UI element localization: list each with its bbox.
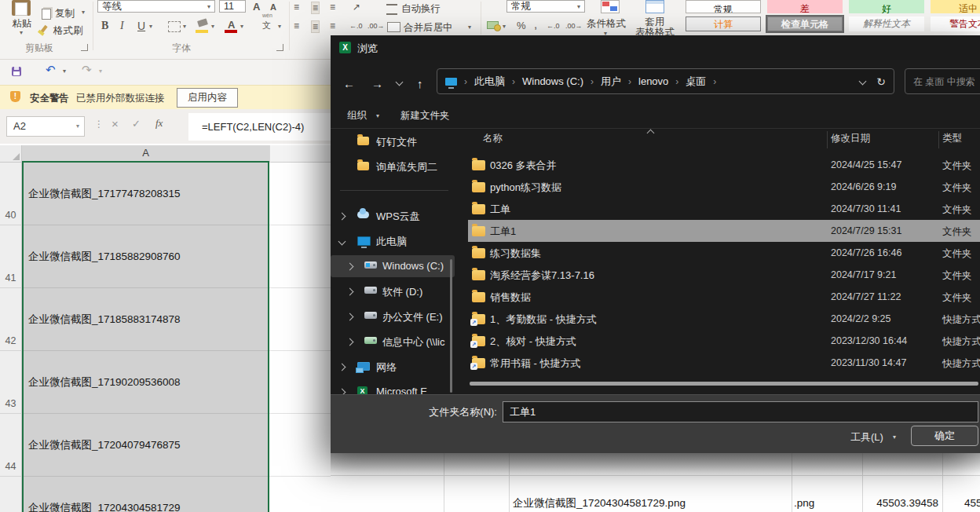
cell-f45[interactable]: 45502 <box>964 494 980 512</box>
font-dialog-launcher[interactable] <box>276 44 283 51</box>
cell-column-b[interactable] <box>269 414 331 477</box>
redo-icon[interactable]: ↷ <box>82 63 92 77</box>
paste-icon[interactable] <box>12 0 31 16</box>
sidebar-item[interactable]: XMicrosoft E <box>331 381 455 394</box>
breadcrumb-item[interactable]: 桌面 <box>686 75 706 89</box>
breadcrumb-item[interactable]: Windows (C:) <box>522 75 583 87</box>
cell-style-option[interactable]: 检查单元格 <box>767 16 843 31</box>
cell-column-b[interactable] <box>269 288 331 351</box>
sidebar-item[interactable]: 办公文件 (E:) <box>331 305 455 327</box>
breadcrumb-item[interactable]: lenovo <box>638 75 668 87</box>
file-row[interactable]: 工单12024/7/29 15:31文件夹 <box>468 220 980 242</box>
font-size-select[interactable]: 11 <box>219 0 246 13</box>
comma-style-icon[interactable]: , <box>534 17 537 31</box>
row-header[interactable]: 44 <box>0 414 22 477</box>
breadcrumb-item[interactable]: 此电脑 <box>474 75 505 89</box>
align-middle-icon[interactable]: ≡ <box>311 2 320 14</box>
row-header[interactable] <box>0 477 22 512</box>
accounting-format-icon[interactable] <box>487 21 499 29</box>
chevron-right-icon[interactable] <box>338 213 346 221</box>
new-folder-button[interactable]: 新建文件夹 <box>400 109 450 123</box>
file-row[interactable]: ↗2、核对 - 快捷方式2023/12/30 16:44快捷方式 <box>468 330 980 352</box>
search-input[interactable] <box>912 75 980 88</box>
increase-indent-icon[interactable]: .00→ <box>368 22 385 30</box>
formula-bar-dots-icon[interactable]: ⋮ <box>94 119 104 130</box>
file-row[interactable]: 销售数据2024/7/27 11:22文件夹 <box>468 286 980 308</box>
row-header[interactable]: 43 <box>0 351 22 414</box>
back-icon[interactable]: ← <box>343 77 355 90</box>
format-painter-button[interactable]: 格式刷 <box>53 24 83 38</box>
column-header-name[interactable]: 名称 <box>483 132 503 145</box>
recent-locations-chevron-icon[interactable] <box>396 79 404 86</box>
chevron-down-icon[interactable] <box>338 238 346 246</box>
horizontal-scrollbar[interactable] <box>470 382 978 386</box>
cell-style-option[interactable]: 常规 <box>686 0 761 13</box>
breadcrumb[interactable]: ›此电脑›Windows (C:)›用户›lenovo›桌面› ↻ <box>437 68 894 94</box>
cell-style-option[interactable]: 计算 <box>686 16 761 31</box>
cell-c45[interactable]: 企业微信截图_17204304581729.png <box>513 494 686 512</box>
refresh-icon[interactable]: ↻ <box>876 75 886 88</box>
tools-button[interactable]: 工具(L) <box>850 430 883 444</box>
increase-decimal-icon[interactable]: ←.0 <box>547 22 560 30</box>
copy-caret-icon[interactable]: ▾ <box>82 9 85 16</box>
italic-button[interactable]: I <box>120 20 124 32</box>
folder-name-input[interactable] <box>503 401 978 422</box>
align-right-icon[interactable]: ≡ <box>330 20 335 31</box>
cell-d45[interactable]: .png <box>794 494 841 512</box>
font-color-caret-icon[interactable]: ▾ <box>240 23 243 30</box>
clipboard-dialog-launcher[interactable] <box>81 44 88 51</box>
decrease-indent-icon[interactable]: ←.0 <box>349 22 363 30</box>
fill-color-icon[interactable] <box>197 18 208 27</box>
chevron-right-icon[interactable] <box>346 288 354 296</box>
chevron-right-icon[interactable] <box>346 338 354 346</box>
underline-caret-icon[interactable]: ▾ <box>149 23 152 30</box>
accounting-caret-icon[interactable]: ▾ <box>503 23 506 30</box>
wrap-text-button[interactable]: 自动换行 <box>401 2 441 16</box>
ok-button[interactable]: 确定 <box>911 426 978 446</box>
row-header[interactable]: 42 <box>0 288 22 351</box>
align-bottom-icon[interactable]: ≡ <box>330 2 335 13</box>
borders-caret-icon[interactable]: ▾ <box>183 23 186 30</box>
grow-font-icon[interactable]: A <box>253 1 260 13</box>
sidebar-item[interactable]: Windows (C:) <box>331 255 455 277</box>
align-center-icon[interactable]: ≡ <box>311 20 320 33</box>
underline-button[interactable]: U <box>137 20 145 32</box>
paste-caret-icon[interactable]: ▾ <box>20 29 23 36</box>
undo-icon[interactable]: ↶ <box>46 63 56 77</box>
bold-button[interactable]: B <box>101 20 108 32</box>
insert-function-icon[interactable]: fx <box>155 117 163 130</box>
name-box[interactable]: A2 ▾ <box>6 116 85 137</box>
merge-center-caret-icon[interactable]: ▾ <box>468 24 471 31</box>
column-header-a[interactable]: A <box>22 145 269 163</box>
column-header-date[interactable]: 修改日期 <box>831 132 870 145</box>
phonetic-guide-button[interactable]: 文 <box>262 20 271 31</box>
sidebar-item[interactable]: 此电脑 <box>331 230 455 252</box>
file-row[interactable]: ↗1、考勤数据 - 快捷方式2024/2/2 9:25快捷方式 <box>468 308 980 330</box>
cancel-icon[interactable]: × <box>112 117 119 130</box>
forward-icon[interactable]: → <box>371 77 383 90</box>
chevron-right-icon[interactable] <box>346 313 354 321</box>
font-name-select[interactable]: 等线 ▾ <box>97 0 215 13</box>
copy-button[interactable]: 复制 <box>55 7 75 20</box>
column-header-type[interactable]: 类型 <box>942 132 962 145</box>
column-header-b[interactable] <box>269 145 331 163</box>
organize-button[interactable]: 组织 <box>347 109 367 123</box>
conditional-formatting-button[interactable]: 条件格式 <box>581 17 631 31</box>
cell-column-b[interactable] <box>269 477 331 512</box>
dialog-titlebar[interactable]: X 浏览 <box>331 35 980 60</box>
orientation-icon[interactable]: ↗ <box>353 2 360 13</box>
sidebar-item[interactable]: 网络 <box>331 356 455 378</box>
file-row[interactable]: 练习数据集2024/7/26 16:46文件夹 <box>468 242 980 264</box>
cell-column-a[interactable]: 企业微信截图_17185882908760 <box>24 225 268 288</box>
sidebar-item[interactable]: WPS云盘 <box>331 205 455 227</box>
save-icon[interactable] <box>12 67 21 76</box>
phonetic-caret-icon[interactable]: ▾ <box>278 23 281 30</box>
align-top-icon[interactable]: ≡ <box>294 2 299 13</box>
cell-column-a[interactable]: 企业微信截图_17204079476875 <box>24 414 268 477</box>
file-row[interactable]: ↗常用书籍 - 快捷方式2023/11/30 14:47快捷方式 <box>468 352 980 374</box>
fill-color-caret-icon[interactable]: ▾ <box>211 23 214 30</box>
sidebar-scrollbar[interactable] <box>450 259 452 393</box>
row-header[interactable]: 40 <box>0 163 22 225</box>
number-format-select[interactable]: 常规 ▾ <box>506 0 585 13</box>
align-left-icon[interactable]: ≡ <box>294 20 299 31</box>
